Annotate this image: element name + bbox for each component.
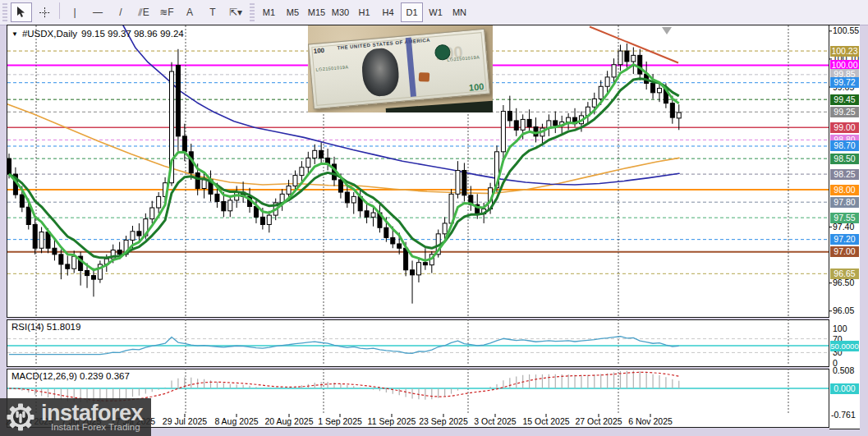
watermark-brand-name: instaforex — [41, 402, 143, 425]
price-scale-value: 97.40 — [833, 222, 854, 232]
timeframe-m5-button[interactable]: M5 — [282, 2, 304, 22]
crosshair-icon[interactable] — [34, 2, 55, 22]
date-axis-label: 11 Sep 2025 — [368, 416, 416, 426]
vertical-line-icon[interactable]: | — [64, 2, 85, 22]
price-level-badge: 100.23 — [830, 46, 859, 57]
price-level-badge: 97.80 — [830, 197, 859, 208]
price-level-badge: 99.25 — [830, 107, 859, 117]
cursor-icon[interactable] — [11, 2, 32, 22]
date-axis-label: 1 Sep 2025 — [318, 416, 362, 426]
copper-inkwell — [419, 72, 430, 82]
watermark-tagline: Instant Forex Trading — [51, 423, 143, 433]
timeframe-h1-button[interactable]: H1 — [353, 2, 375, 22]
macd-label: MACD(12,26,9) 0.239 0.367 — [11, 371, 130, 381]
price-level-badge: 97.20 — [830, 234, 859, 245]
date-axis-label: 3 Oct 2025 — [474, 416, 516, 426]
date-axis-label: 23 Sep 2025 — [419, 416, 468, 426]
date-axis-label: 6 Nov 2025 — [628, 416, 673, 426]
instaforex-watermark: instaforex Instant Forex Trading — [0, 398, 151, 436]
timeframe-m15-button[interactable]: M15 — [305, 2, 328, 22]
price-level-badge: 97.55 — [830, 213, 859, 223]
hundred-dollar-bill: THE UNITED STATES OF AMERICA 100 LG21501… — [308, 29, 490, 110]
equidistant-channel-icon[interactable]: ⫽E — [133, 2, 154, 22]
toolbar: |—/⫽E≋FAT⇱▾ M1M5M15M30H1H4D1W1MN — [0, 0, 868, 25]
macd-zero-badge: 0.000 — [830, 383, 859, 394]
ohlc-values: 99.15 99.37 98.96 99.24 — [81, 29, 184, 39]
price-level-badge: 98.50 — [830, 154, 859, 164]
text-label-icon[interactable]: T — [202, 2, 223, 22]
horizontal-line-icon[interactable]: — — [87, 2, 108, 22]
price-level-badge: 99.72 — [830, 77, 859, 88]
timeframe-m1-button[interactable]: M1 — [258, 2, 280, 22]
price-scale-value: 96.05 — [833, 305, 854, 316]
mt-terminal-window: { "toolbar": { "tools": [ {"name": "curs… — [0, 0, 868, 436]
trendline-icon[interactable]: / — [110, 2, 131, 22]
macd-scale-min: -0.761 — [831, 410, 856, 420]
toolbar-drag-handle[interactable] — [2, 3, 7, 21]
price-level-badge: 99.00 — [830, 122, 859, 133]
timeframe-toolbar-drag-handle[interactable] — [250, 3, 255, 21]
price-level-badge: 98.70 — [830, 140, 859, 151]
price-scale-value: 96.50 — [833, 278, 854, 288]
fibonacci-icon[interactable]: ≋F — [156, 2, 177, 22]
timeframe-mn-button[interactable]: MN — [448, 2, 471, 22]
toolbar-separator — [59, 2, 60, 19]
timeframe-m30-button[interactable]: M30 — [329, 2, 351, 22]
date-axis-label: 27 Oct 2025 — [575, 416, 622, 426]
bill-denomination-bottomright: 100 — [468, 81, 484, 93]
date-axis-label: 20 Aug 2025 — [265, 416, 314, 426]
rsi-panel[interactable] — [7, 319, 829, 367]
price-level-badge: 98.25 — [830, 169, 859, 180]
price-scale-value: 100.55 — [833, 25, 859, 36]
bill-denomination-topleft: 100 — [313, 47, 324, 55]
text-icon[interactable]: A — [179, 2, 200, 22]
timeframe-w1-button[interactable]: W1 — [425, 2, 447, 22]
rsi-scale-100: 100 — [833, 324, 847, 334]
arrows-icon[interactable]: ⇱▾ — [225, 2, 246, 22]
timeframe-h4-button[interactable]: H4 — [377, 2, 399, 22]
symbol-period-label: #USDX,Daily — [22, 29, 77, 39]
price-level-badge: 99.45 — [830, 94, 859, 105]
price-level-badge: 98.00 — [830, 185, 859, 195]
second-bill-edge — [386, 100, 493, 112]
date-axis-label: 8 Aug 2025 — [214, 416, 258, 426]
instaforex-gear-icon — [5, 402, 36, 433]
macd-scale-max: 0.508 — [833, 365, 854, 376]
rsi-label: RSI(14) 51.8019 — [11, 322, 80, 332]
dollar-bill-photo: THE UNITED STATES OF AMERICA 100 LG21501… — [308, 25, 493, 112]
price-level-badge: 96.65 — [830, 268, 859, 279]
chart-title: ▼ #USDX,Daily 99.15 99.37 98.96 99.24 — [11, 29, 184, 39]
rsi-50-badge: 50.0000 — [830, 341, 859, 351]
date-axis-label: 29 Jul 2025 — [163, 416, 207, 426]
timeframe-d1-button[interactable]: D1 — [401, 2, 423, 22]
chevron-down-icon[interactable]: ▼ — [11, 30, 18, 38]
date-axis-label: 15 Oct 2025 — [522, 416, 569, 426]
price-level-badge: 97.00 — [830, 246, 859, 257]
